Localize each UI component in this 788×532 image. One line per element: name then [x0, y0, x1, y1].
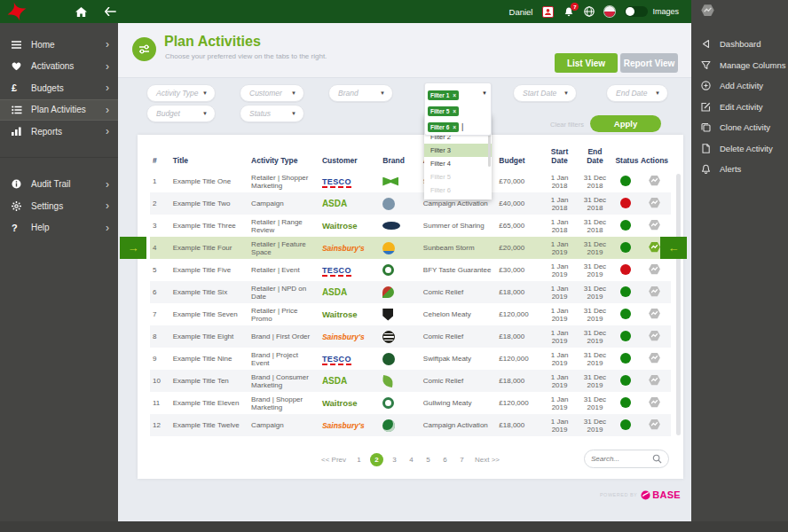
column-header-brand[interactable]: Brand [380, 142, 421, 170]
actions-icon[interactable] [648, 373, 661, 387]
remove-tag-icon[interactable]: × [453, 108, 456, 114]
list-view-button[interactable]: List View [555, 53, 618, 73]
action-item-delete-activity[interactable]: Delete Activity [691, 138, 788, 160]
chevron-right-icon: › [106, 105, 109, 115]
table-row[interactable]: 3Example Title ThreeRetailer | Range Rev… [150, 215, 671, 237]
table-row[interactable]: 6Example Title SixRetailer | NPD on Date… [150, 281, 671, 303]
page-button-6[interactable]: 6 [439, 453, 451, 466]
filter-tag[interactable]: Filter 5 × [428, 106, 459, 116]
actions-icon[interactable] [648, 418, 661, 431]
column-header-start-date[interactable]: Start Date [542, 142, 578, 170]
table-row[interactable]: 8Example Title EightBrand | First OrderS… [150, 325, 671, 348]
column-header-end-date[interactable]: End Date [578, 142, 613, 170]
toggle-track[interactable] [625, 6, 648, 17]
notifications-bell-icon[interactable]: 7 [563, 6, 574, 17]
table-row[interactable]: 1Example Title OneRetailer | Shopper Mar… [150, 170, 671, 192]
brand-logo [382, 264, 394, 276]
next-page-button[interactable]: Next >> [475, 456, 500, 464]
dropdown-option-filter-6[interactable]: Filter 6 [424, 184, 492, 197]
status-filter[interactable]: Status▼ [240, 105, 304, 122]
actions-icon[interactable] [648, 174, 661, 187]
dropdown-option-filter-3[interactable]: Filter 3 [424, 144, 492, 157]
column-header-actions[interactable]: Actions [638, 142, 671, 170]
actions-icon[interactable] [648, 262, 661, 276]
action-item-dashboard[interactable]: Dashboard [691, 34, 788, 55]
status-indicator [620, 198, 631, 208]
home-icon[interactable] [75, 7, 87, 17]
dropdown-option-filter-4[interactable]: Filter 4 [424, 157, 492, 170]
filter-tag[interactable]: Filter 6 × [428, 122, 459, 132]
actions-icon[interactable] [648, 285, 661, 298]
action-item-alerts[interactable]: Alerts [691, 159, 788, 180]
dropdown-option-filter-5[interactable]: Filter 5 [424, 170, 492, 184]
table-row[interactable]: 7Example Title SevenRetailer | Price Pro… [150, 303, 671, 325]
search-icon[interactable] [652, 454, 662, 464]
action-item-manage-columns[interactable]: Manage Columns [691, 55, 788, 76]
brand-filter[interactable]: Brand▼ [328, 84, 393, 102]
page-button-3[interactable]: 3 [389, 453, 400, 466]
language-flag-icon[interactable] [604, 6, 615, 17]
end-date-filter[interactable]: End Date▼ [606, 84, 668, 102]
table-row[interactable]: 11Example Title ElevenBrand | Shopper Ma… [150, 392, 671, 414]
table-row[interactable]: 9Example Title NineBrand | Project Event… [150, 348, 671, 370]
cell-status [612, 303, 637, 325]
filter-tag[interactable]: Filter 1 × [428, 90, 459, 100]
column-header-activity-type[interactable]: Activity Type [248, 142, 319, 170]
actions-icon[interactable] [648, 329, 661, 342]
table-row[interactable]: 2Example Title TwoCampaignASDACampaign A… [150, 192, 671, 215]
column-header-title[interactable]: Title [170, 142, 248, 170]
multi-filter-select[interactable]: ▼ Filter 1 ×Filter 5 ×Filter 6 ×| [424, 82, 492, 136]
page-button-4[interactable]: 4 [406, 453, 417, 466]
remove-tag-icon[interactable]: × [453, 92, 456, 98]
column-header-status[interactable]: Status [612, 142, 637, 170]
table-row[interactable]: 4Example Title FourRetailer | Feature Sp… [150, 237, 671, 259]
report-view-button[interactable]: Report View [620, 53, 678, 73]
cell-end-date: 31 Dec 2019 [578, 281, 613, 303]
clear-filters-link[interactable]: Clear filters [522, 121, 584, 129]
table-row[interactable]: 5Example Title FiveRetailer | EventTESCO… [150, 259, 671, 281]
budget-filter[interactable]: Budget▼ [146, 105, 216, 122]
actions-icon[interactable] [648, 395, 661, 409]
actions-icon[interactable] [648, 351, 661, 364]
search-input[interactable] [591, 455, 651, 463]
actions-icon[interactable] [648, 240, 661, 254]
sidebar-item-reports[interactable]: Reports› [0, 121, 118, 143]
sidebar-item-audit-trail[interactable]: Audit Trail› [0, 174, 118, 196]
avatar[interactable] [542, 6, 554, 18]
page-button-1[interactable]: 1 [353, 453, 365, 466]
sidebar-item-activations[interactable]: Activations› [0, 56, 118, 78]
customer-filter[interactable]: Customer▼ [240, 84, 304, 102]
page-button-2[interactable]: 2 [370, 453, 383, 466]
activity-type-filter[interactable]: Activity Type▼ [146, 84, 216, 102]
column-header-customer[interactable]: Customer [319, 142, 380, 170]
selected-row-left-arrow[interactable]: → [120, 237, 146, 259]
action-item-add-activity[interactable]: Add Activity [691, 75, 788, 97]
page-button-7[interactable]: 7 [456, 453, 468, 466]
globe-icon[interactable] [584, 6, 595, 17]
actions-icon[interactable] [648, 307, 661, 320]
user-name[interactable]: Daniel [509, 7, 533, 17]
start-date-filter[interactable]: Start Date▼ [513, 84, 577, 102]
sidebar-item-help[interactable]: ?Help› [0, 217, 118, 239]
column-header-budget[interactable]: Budget [496, 142, 541, 170]
actions-icon[interactable] [648, 218, 661, 231]
page-button-5[interactable]: 5 [422, 453, 434, 466]
action-item-edit-activity[interactable]: Edit Activity [691, 97, 788, 118]
table-row[interactable]: 10Example Title TenBrand | Consumer Mark… [150, 370, 671, 392]
back-arrow-icon[interactable] [105, 7, 116, 16]
brand-star-logo-icon[interactable] [7, 2, 27, 21]
column-header-[interactable]: # [150, 142, 170, 170]
table-row[interactable]: 12Example Title TwelveCampaignSainsbury'… [150, 414, 671, 436]
sidebar-item-budgets[interactable]: £Budgets› [0, 77, 118, 99]
prev-page-button[interactable]: << Prev [321, 456, 346, 464]
remove-tag-icon[interactable]: × [453, 124, 456, 130]
sidebar-item-plan-activities[interactable]: Plan Activities› [0, 99, 118, 121]
actions-icon[interactable] [648, 196, 661, 209]
sidebar-item-home[interactable]: Home› [0, 34, 118, 56]
table-scrollbar[interactable] [676, 174, 681, 435]
images-toggle[interactable]: Images [625, 6, 679, 17]
sidebar-item-settings[interactable]: Settings› [0, 195, 118, 217]
apply-filters-button[interactable]: Apply [590, 115, 661, 132]
action-item-clone-activity[interactable]: Clone Activity [691, 117, 788, 138]
selected-row-right-arrow[interactable]: ← [660, 237, 687, 259]
